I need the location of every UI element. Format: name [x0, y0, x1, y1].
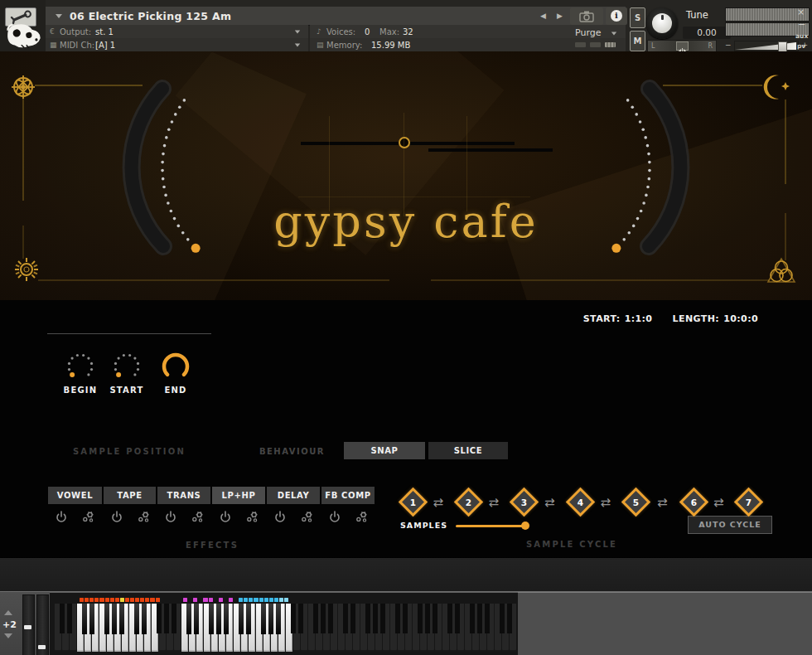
- settings-icon[interactable]: [191, 511, 204, 523]
- transpose-value[interactable]: +2: [2, 619, 17, 630]
- piano-key-black[interactable]: [268, 604, 273, 633]
- piano-key-black[interactable]: [433, 604, 437, 633]
- effect-button-delay[interactable]: DELAY: [267, 487, 320, 504]
- transpose-down-icon[interactable]: [4, 633, 12, 638]
- piano-key-black[interactable]: [328, 604, 333, 633]
- piano-key-black[interactable]: [89, 604, 94, 633]
- end-knob[interactable]: [164, 355, 187, 375]
- sample-slot-5[interactable]: 5: [621, 487, 650, 516]
- piano-key-black[interactable]: [291, 604, 296, 633]
- effect-button-trans[interactable]: TRANS: [157, 487, 210, 504]
- swap-icon[interactable]: ⇄: [489, 495, 500, 510]
- settings-icon[interactable]: [138, 511, 150, 523]
- piano-key-black[interactable]: [343, 604, 348, 633]
- power-icon[interactable]: [220, 511, 231, 522]
- piano-key-black[interactable]: [216, 604, 221, 633]
- samples-slider-track[interactable]: [456, 525, 529, 527]
- piano-key-black[interactable]: [500, 604, 505, 633]
- piano-key-black[interactable]: [455, 604, 460, 633]
- tune-value[interactable]: 0.00: [683, 27, 731, 39]
- piano-key-black[interactable]: [418, 604, 423, 633]
- settings-icon[interactable]: [246, 511, 259, 523]
- prev-instrument-icon[interactable]: ◀: [540, 12, 546, 20]
- midi-dropdown-caret[interactable]: [295, 44, 300, 47]
- piano-key-black[interactable]: [186, 604, 191, 633]
- power-icon[interactable]: [274, 511, 286, 522]
- purge-button[interactable]: Purge: [575, 27, 602, 38]
- pitch-wheel-handle[interactable]: [24, 625, 31, 629]
- piano-key-black[interactable]: [134, 604, 139, 633]
- piano-key-black[interactable]: [380, 604, 385, 633]
- piano-key-black[interactable]: [82, 604, 87, 633]
- piano-key-black[interactable]: [395, 604, 400, 633]
- piano-key-black[interactable]: [67, 604, 72, 633]
- power-icon[interactable]: [56, 511, 67, 522]
- midi-field[interactable]: ▦ MIDI Ch: [A] 1: [46, 38, 308, 51]
- solo-button[interactable]: S: [630, 7, 645, 28]
- output-field[interactable]: € Output: st. 1: [46, 25, 308, 38]
- piano-key-black[interactable]: [485, 604, 490, 633]
- piano-key-black[interactable]: [157, 604, 162, 633]
- piano-key-black[interactable]: [164, 604, 169, 633]
- swap-icon[interactable]: ⇄: [544, 495, 555, 510]
- sample-slot-6[interactable]: 6: [679, 487, 708, 516]
- piano-key-black[interactable]: [477, 604, 482, 633]
- purge-dropdown-caret[interactable]: [611, 32, 616, 36]
- piano-key-black[interactable]: [209, 604, 214, 633]
- piano-key-black[interactable]: [425, 604, 430, 633]
- aux-label[interactable]: aux: [795, 32, 808, 40]
- snapshot-camera-button[interactable]: [570, 7, 603, 25]
- minimize-icon[interactable]: −: [798, 19, 805, 30]
- samples-slider-handle[interactable]: [521, 522, 529, 530]
- mod-wheel-handle[interactable]: [38, 645, 46, 649]
- swap-icon[interactable]: ⇄: [433, 495, 444, 510]
- piano-key-black[interactable]: [261, 604, 266, 633]
- effect-button-vowel[interactable]: VOWEL: [48, 487, 102, 504]
- piano-key-black[interactable]: [142, 604, 147, 633]
- piano-key-black[interactable]: [470, 604, 475, 633]
- settings-icon[interactable]: [355, 511, 368, 523]
- close-icon[interactable]: ×: [797, 7, 805, 17]
- slice-button[interactable]: SLICE: [428, 442, 508, 459]
- piano-key-black[interactable]: [276, 604, 281, 633]
- piano-key-black[interactable]: [507, 604, 512, 633]
- piano-key-black[interactable]: [239, 604, 244, 633]
- piano-key-black[interactable]: [313, 604, 318, 633]
- output-dropdown-caret[interactable]: [295, 31, 300, 34]
- sample-slot-7[interactable]: 7: [733, 487, 762, 516]
- piano-key-black[interactable]: [246, 604, 251, 633]
- settings-icon[interactable]: [82, 511, 94, 523]
- settings-icon[interactable]: [301, 511, 313, 523]
- piano-key-black[interactable]: [112, 604, 117, 633]
- swap-icon[interactable]: ⇄: [713, 495, 724, 510]
- piano-key-black[interactable]: [447, 604, 452, 633]
- info-button[interactable]: i: [606, 7, 627, 25]
- swap-icon[interactable]: ⇄: [601, 495, 611, 510]
- volume-slider[interactable]: − +: [725, 40, 808, 51]
- swap-icon[interactable]: ⇄: [657, 495, 668, 510]
- piano-key-black[interactable]: [350, 604, 355, 633]
- pan-slider[interactable]: L R: [647, 40, 717, 52]
- piano-key-black[interactable]: [172, 604, 176, 633]
- mod-wheel[interactable]: [36, 594, 49, 655]
- piano-key-black[interactable]: [194, 604, 199, 633]
- piano-key-black[interactable]: [365, 604, 370, 633]
- mute-button[interactable]: M: [630, 31, 645, 51]
- next-instrument-icon[interactable]: ▶: [557, 12, 563, 20]
- tune-knob[interactable]: [646, 7, 678, 39]
- pan-handle[interactable]: [676, 41, 689, 51]
- piano-key-black[interactable]: [60, 604, 65, 633]
- sample-slot-4[interactable]: 4: [565, 487, 594, 516]
- piano-keyboard[interactable]: [55, 604, 517, 652]
- piano-key-black[interactable]: [224, 604, 229, 633]
- volume-track[interactable]: [734, 41, 799, 51]
- sample-slot-3[interactable]: 3: [509, 487, 538, 516]
- piano-key-black[interactable]: [104, 604, 109, 633]
- effect-button-tape[interactable]: TAPE: [104, 487, 156, 504]
- begin-knob[interactable]: [68, 354, 93, 377]
- volume-minus[interactable]: −: [725, 41, 732, 49]
- collapse-caret-icon[interactable]: [56, 14, 62, 18]
- pv-label[interactable]: pv: [797, 42, 805, 50]
- sample-slot-1[interactable]: 1: [398, 487, 427, 516]
- piano-key-black[interactable]: [119, 604, 124, 633]
